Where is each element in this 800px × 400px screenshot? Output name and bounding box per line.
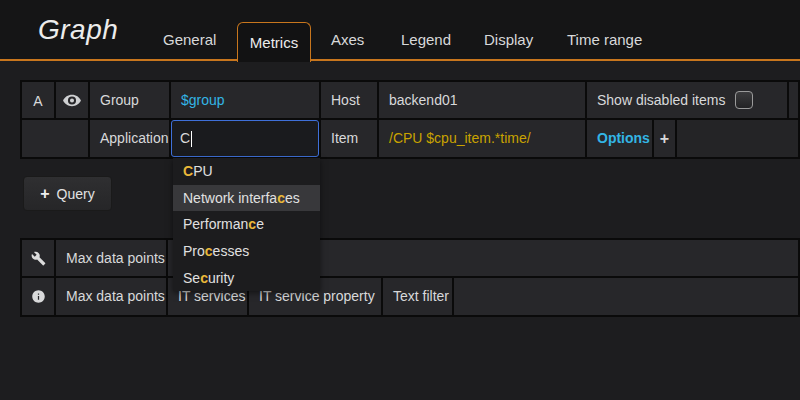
dropdown-item-processes[interactable]: Processes [173, 238, 320, 265]
add-metric-button[interactable]: + [654, 120, 675, 157]
item-text: esses [213, 243, 250, 259]
empty-cell [677, 120, 798, 157]
max-data-points-label-2: Max data points [56, 278, 166, 315]
text-caret [191, 131, 192, 147]
empty-cell [454, 278, 798, 315]
item-text: urity [208, 270, 234, 286]
host-label: Host [321, 82, 377, 119]
query-row-2: Application C Item /CPU $cpu_item.*time/… [20, 118, 800, 159]
settings-cell [22, 240, 54, 277]
add-query-button[interactable]: + Query [23, 176, 112, 211]
row-stub-cell [789, 82, 798, 119]
tab-metrics-label: Metrics [250, 34, 298, 51]
application-label: Application [90, 120, 169, 157]
tab-general[interactable]: General [163, 31, 216, 48]
item-text: Network interfa [183, 190, 277, 206]
item-value-field[interactable]: /CPU $cpu_item.*time/ [379, 120, 585, 157]
query-row-1: A Group $group Host backend01 Show disab… [20, 80, 800, 121]
item-text: PU [193, 163, 212, 179]
max-data-points-label: Max data points [56, 240, 166, 277]
text-filter-button[interactable]: Text filter [383, 278, 452, 315]
show-disabled-items-group: Show disabled items [587, 82, 787, 119]
tab-legend[interactable]: Legend [401, 31, 451, 48]
dropdown-item-network-interfaces[interactable]: Network interfaces [173, 185, 320, 212]
page-title: Graph [38, 14, 118, 46]
item-label: Item [321, 120, 377, 157]
item-match-text: c [248, 216, 256, 232]
add-query-label: Query [57, 186, 95, 202]
item-text: Performan [183, 216, 248, 232]
tab-time-range[interactable]: Time range [567, 31, 642, 48]
show-disabled-items-checkbox[interactable] [735, 91, 753, 109]
options-button[interactable]: Options [587, 120, 652, 157]
tab-display[interactable]: Display [484, 31, 533, 48]
tab-axes[interactable]: Axes [331, 31, 364, 48]
item-text: Se [183, 270, 200, 286]
options-row-2: Max data points IT services IT service p… [20, 276, 800, 317]
application-typeahead-dropdown: CPU Network interfaces Performance Proce… [173, 158, 320, 291]
query-ref-letter: A [22, 82, 54, 119]
item-text: es [285, 190, 300, 206]
application-input[interactable]: C [171, 120, 319, 157]
item-match-text: c [205, 243, 213, 259]
toggle-visibility-button[interactable] [56, 82, 88, 119]
panel-header: Graph General Metrics Axes Legend Displa… [0, 0, 800, 61]
item-match-text: c [277, 190, 285, 206]
empty-cell [22, 120, 88, 157]
show-disabled-items-label: Show disabled items [597, 92, 725, 108]
item-match-text: C [183, 163, 193, 179]
group-label: Group [90, 82, 169, 119]
group-value-field[interactable]: $group [171, 82, 319, 119]
dropdown-item-security[interactable]: Security [173, 264, 320, 291]
item-match-text: c [200, 270, 208, 286]
dropdown-item-cpu[interactable]: CPU [173, 158, 320, 185]
application-input-value: C [180, 120, 190, 157]
item-text: e [256, 216, 264, 232]
host-value-field[interactable]: backend01 [379, 82, 585, 119]
options-row-1: Max data points [20, 238, 800, 279]
tab-metrics[interactable]: Metrics [237, 22, 311, 62]
info-icon [31, 289, 46, 304]
info-cell [22, 278, 54, 315]
dropdown-item-performance[interactable]: Performance [173, 211, 320, 238]
wrench-icon [31, 251, 46, 266]
item-text: Pro [183, 243, 205, 259]
eye-icon [62, 94, 82, 107]
plus-icon: + [40, 185, 49, 203]
